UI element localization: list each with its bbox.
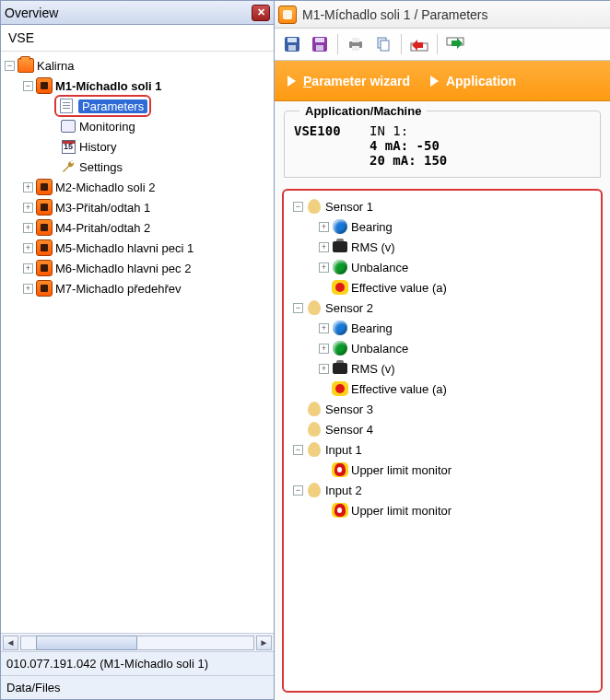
svg-rect-2	[288, 45, 296, 51]
overview-tree: − Kalirna − M1-Míchadlo soli 1 Parameter…	[1, 52, 274, 633]
tree-m1-settings[interactable]: Settings	[3, 157, 272, 177]
app-model: VSE100	[294, 123, 357, 138]
expander-icon[interactable]: +	[23, 203, 33, 213]
folder-icon	[18, 58, 34, 73]
vse-label: VSE	[1, 25, 274, 52]
sensor-tree-child[interactable]: +RMS (v)	[287, 358, 597, 379]
expander-icon[interactable]: +	[319, 323, 329, 333]
parameter-wizard-label: Parameter wizard	[303, 74, 410, 88]
expander-icon[interactable]: −	[293, 485, 303, 496]
sensor-tree-item[interactable]: −Sensor 2	[287, 298, 597, 318]
sensor-icon	[308, 442, 321, 457]
scroll-right-arrow-icon[interactable]: ►	[256, 636, 272, 650]
document-icon	[60, 99, 73, 113]
sensor-tree-item[interactable]: Sensor 3	[287, 399, 597, 419]
overview-title: Overview	[5, 6, 58, 20]
expander-icon[interactable]: +	[319, 242, 329, 252]
save-as-button[interactable]	[310, 34, 330, 54]
tree-module[interactable]: +M3-Přitah/odtah 1	[3, 197, 272, 217]
tree-m1-history[interactable]: 15 History	[3, 136, 272, 157]
parameter-wizard-button[interactable]: Parameter wizard	[287, 74, 410, 88]
rms-icon	[333, 241, 347, 252]
close-button[interactable]: ✕	[252, 5, 270, 21]
tree-module[interactable]: +M5-Michadlo hlavni peci 1	[3, 238, 272, 258]
sensor-tree-item[interactable]: −Sensor 1	[287, 196, 597, 216]
statusbar-path: Data/Files	[1, 675, 274, 699]
sensor-tree-child[interactable]: Effective value (a)	[287, 379, 597, 399]
expander-icon[interactable]: +	[23, 243, 33, 253]
sensor-icon	[308, 422, 321, 437]
expander-icon[interactable]: −	[293, 445, 303, 455]
expander-icon[interactable]: −	[23, 81, 33, 91]
tree-module[interactable]: +M6-Michadlo hlavni pec 2	[3, 258, 272, 278]
sensor-tree-child-label: Upper limit monitor	[351, 463, 452, 477]
sensor-tree-child[interactable]: +Bearing	[287, 318, 597, 338]
expander-icon[interactable]: −	[293, 202, 303, 212]
expander-icon[interactable]: +	[23, 182, 33, 192]
tree-module-label: M6-Michadlo hlavni pec 2	[55, 262, 191, 275]
download-arrow-icon	[446, 36, 464, 52]
expander-icon[interactable]: −	[5, 61, 15, 71]
expander-icon[interactable]: +	[23, 223, 33, 233]
parameters-panel: M1-Míchadlo soli 1 / Parameters Paramete…	[275, 0, 610, 700]
tree-m1[interactable]: − M1-Míchadlo soli 1	[3, 76, 272, 96]
expander-icon[interactable]: −	[293, 303, 303, 313]
tree-module-label: M7-Michadlo předehřev	[55, 282, 182, 296]
horizontal-scrollbar[interactable]: ◄ ►	[1, 633, 274, 651]
tree-m1-monitoring[interactable]: Monitoring	[3, 116, 272, 136]
sensor-icon	[308, 483, 321, 497]
sensor-tree-item-label: Sensor 3	[325, 402, 373, 416]
sensor-tree-child[interactable]: +Bearing	[287, 216, 597, 237]
tree-module[interactable]: +M4-Pritah/odtah 2	[3, 217, 272, 238]
overview-titlebar: Overview ✕	[1, 1, 274, 25]
module-icon	[36, 260, 53, 276]
sensor-tree-child-label: Bearing	[351, 321, 393, 335]
expander-icon[interactable]: +	[23, 284, 33, 294]
print-button[interactable]	[346, 34, 366, 54]
sensor-tree-child[interactable]: Effective value (a)	[287, 277, 597, 298]
upload-button[interactable]	[409, 34, 429, 54]
module-icon	[36, 77, 53, 94]
printer-icon	[347, 36, 364, 52]
scroll-thumb[interactable]	[36, 636, 137, 650]
parameters-titlebar: M1-Míchadlo soli 1 / Parameters	[275, 1, 610, 29]
save-button[interactable]	[282, 34, 302, 54]
tree-module-label: M5-Michadlo hlavni peci 1	[55, 241, 194, 255]
sensor-tree-child[interactable]: +Unbalance	[287, 257, 597, 277]
expander-icon[interactable]: +	[319, 222, 329, 232]
svg-rect-7	[352, 38, 359, 42]
expander-icon[interactable]: +	[319, 344, 329, 354]
expander-icon[interactable]: +	[319, 364, 329, 374]
tree-root-label: Kalirna	[37, 59, 74, 73]
scroll-left-arrow-icon[interactable]: ◄	[3, 636, 18, 650]
sensor-tree-child[interactable]: +Unbalance	[287, 338, 597, 358]
expander-icon[interactable]: +	[23, 263, 33, 274]
expander-spacer	[319, 283, 329, 293]
tree-module[interactable]: +M2-Michadlo soli 2	[3, 177, 272, 197]
application-label: Application	[446, 74, 516, 88]
sensor-tree-item[interactable]: −Input 2	[287, 480, 597, 500]
application-button[interactable]: Application	[430, 74, 516, 88]
sensor-tree-child-label: Effective value (a)	[351, 281, 447, 295]
tree-module[interactable]: +M7-Michadlo předehřev	[3, 278, 272, 298]
sensor-tree-item[interactable]: −Input 1	[287, 439, 597, 460]
highlight-box: Parameters	[54, 95, 151, 117]
svg-rect-8	[352, 46, 359, 51]
statusbar-ip: 010.077.191.042 (M1-Míchadlo soli 1)	[1, 651, 274, 675]
svg-rect-5	[316, 45, 323, 51]
floppy-icon	[284, 36, 300, 52]
sensor-tree-child[interactable]: +RMS (v)	[287, 237, 597, 257]
sensor-tree-child[interactable]: Upper limit monitor	[287, 500, 597, 520]
sensor-tree-child[interactable]: Upper limit monitor	[287, 460, 597, 480]
module-icon	[278, 6, 297, 24]
tree-m1-parameters[interactable]: Parameters	[3, 96, 272, 116]
download-button[interactable]	[445, 34, 465, 54]
expander-icon[interactable]: +	[319, 262, 329, 273]
copy-button[interactable]	[373, 34, 393, 54]
floppy-star-icon	[311, 36, 328, 52]
wrench-icon	[60, 158, 76, 175]
scroll-track[interactable]	[20, 636, 254, 650]
tree-root[interactable]: − Kalirna	[3, 55, 272, 76]
sensor-tree-item[interactable]: Sensor 4	[287, 419, 597, 439]
expander-spacer	[319, 465, 329, 475]
